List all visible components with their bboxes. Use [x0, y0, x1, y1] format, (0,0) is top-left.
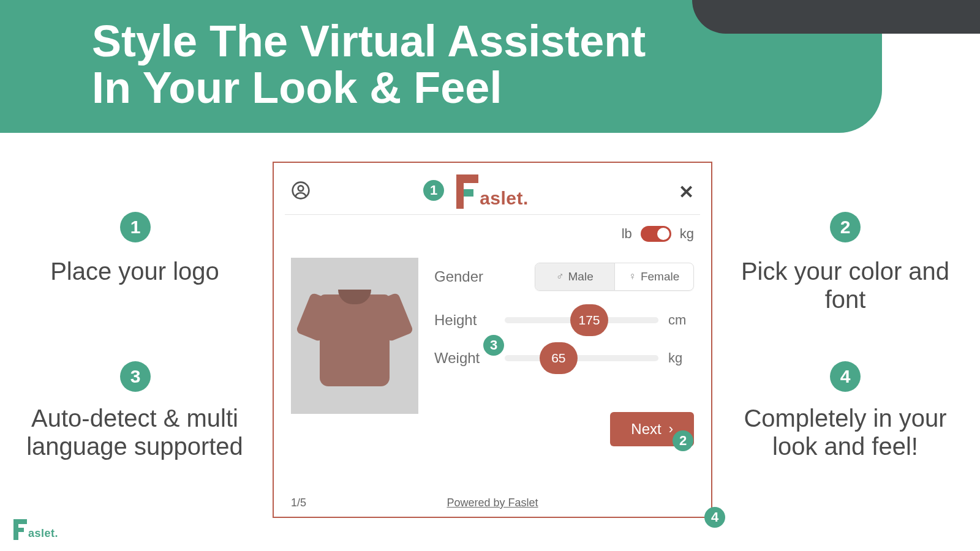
- svg-point-1: [298, 186, 304, 191]
- inline-badge-3: 3: [483, 335, 504, 356]
- weight-row: Weight 65 kg: [434, 350, 694, 367]
- annotation-badge-4: 4: [830, 361, 861, 392]
- male-icon: ♂: [556, 271, 564, 283]
- brand-logo: aslet.: [456, 174, 529, 209]
- annotation-text-3: Auto-detect & multi language supported: [24, 404, 245, 460]
- height-slider-thumb[interactable]: 175: [570, 304, 608, 336]
- annotation-badge-3: 3: [120, 361, 151, 392]
- next-button-label: Next: [631, 421, 661, 438]
- widget-footer: 1/5 Powered by Faslet: [291, 497, 694, 509]
- height-label: Height: [434, 312, 492, 329]
- gender-row: Gender ♂ Male ♀ Female: [434, 263, 694, 291]
- logo-f-mark: [13, 519, 27, 540]
- gender-female-option[interactable]: ♀ Female: [615, 263, 694, 290]
- page-title: Style The Virtual Assistent In Your Look…: [92, 18, 646, 111]
- title-line-2: In Your Look & Feel: [92, 65, 646, 111]
- weight-slider-thumb[interactable]: 65: [540, 342, 578, 374]
- weight-slider[interactable]: 65: [505, 355, 658, 361]
- annotation-badge-2: 2: [830, 212, 861, 242]
- annotation-text-4: Completely in your look and feel!: [735, 404, 956, 460]
- chevron-right-icon: ›: [669, 421, 673, 437]
- close-icon[interactable]: ✕: [679, 181, 694, 203]
- gender-label: Gender: [434, 268, 492, 285]
- inline-badge-2: 2: [673, 430, 693, 451]
- tshirt-icon: [303, 282, 407, 389]
- unit-lb-label: lb: [622, 226, 632, 242]
- gender-male-option[interactable]: ♂ Male: [535, 263, 614, 290]
- weight-label: Weight: [434, 350, 492, 367]
- unit-kg-label: kg: [680, 226, 694, 242]
- annotation-text-2: Pick your color and font: [735, 257, 956, 313]
- user-icon[interactable]: [291, 181, 311, 203]
- female-icon: ♀: [628, 271, 636, 283]
- gender-segmented: ♂ Male ♀ Female: [535, 263, 694, 291]
- footer-brand-logo: aslet.: [13, 519, 58, 540]
- gender-female-label: Female: [641, 270, 679, 283]
- header-dark-bg: [692, 0, 980, 34]
- height-row: Height 175 cm: [434, 312, 694, 329]
- title-line-1: Style The Virtual Assistent: [92, 18, 646, 65]
- product-image: [291, 258, 418, 414]
- height-slider[interactable]: 175: [505, 317, 658, 323]
- unit-toggle-row: lb kg: [291, 226, 694, 242]
- footer-logo-text: aslet.: [28, 527, 58, 540]
- weight-unit: kg: [668, 350, 694, 366]
- logo-text: aslet.: [480, 188, 529, 209]
- height-unit: cm: [668, 312, 694, 328]
- divider: [285, 214, 700, 215]
- inline-badge-1: 1: [423, 180, 444, 201]
- annotation-text-1: Place your logo: [31, 257, 239, 285]
- annotation-badge-1: 1: [120, 212, 151, 242]
- powered-by-link[interactable]: Powered by Faslet: [447, 497, 538, 509]
- inline-badge-4: 4: [704, 507, 725, 528]
- unit-toggle[interactable]: [641, 226, 671, 242]
- logo-f-mark: [456, 174, 478, 209]
- gender-male-label: Male: [568, 270, 594, 283]
